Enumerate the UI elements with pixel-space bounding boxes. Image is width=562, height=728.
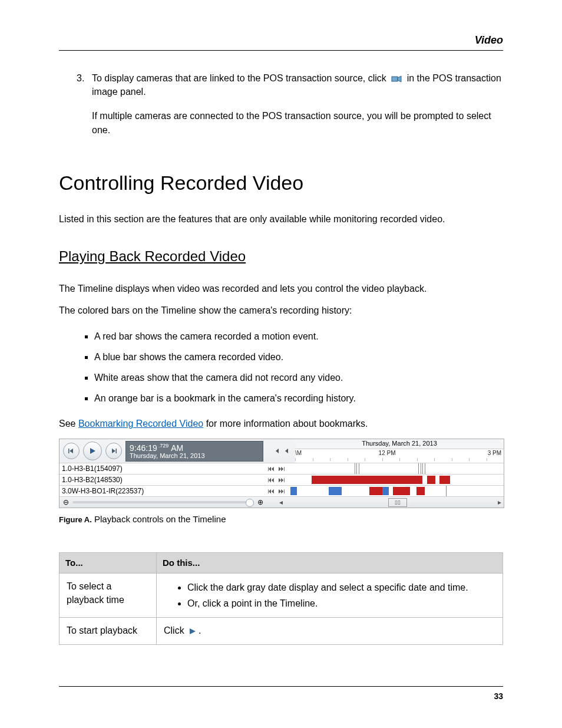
action-select-time: To select a playback time: [59, 574, 157, 618]
color-legend-list: A red bar shows the camera recorded a mo…: [59, 326, 503, 409]
cam-nav[interactable]: ⏮⏭: [262, 475, 290, 485]
table-row: To select a playback time Click the dark…: [59, 574, 503, 618]
timeline-date-header: Thursday, March 21, 2013: [295, 439, 504, 449]
step-number: 3.: [77, 71, 87, 145]
step-followup: If multiple cameras are connected to the…: [92, 109, 503, 136]
zoom-slider[interactable]: [72, 501, 254, 503]
timeline-track[interactable]: [290, 475, 504, 485]
footer-rule: [59, 686, 503, 687]
timeline-scrollbar-thumb[interactable]: ▯▯: [388, 498, 407, 507]
step-forward-button[interactable]: [105, 443, 122, 459]
list-item: A blue bar shows the camera recorded vid…: [94, 347, 503, 367]
scroll-right[interactable]: ▸: [498, 498, 501, 508]
col-do-header: Do this...: [157, 553, 503, 574]
step-text: To display cameras that are linked to th…: [92, 73, 386, 83]
see-also: See Bookmarking Recorded Video for more …: [59, 417, 503, 430]
timeline-ruler[interactable]: \M 12 PM 3 PM: [295, 449, 504, 463]
list-item: A red bar shows the camera recorded a mo…: [94, 326, 503, 347]
list-item: Click the dark gray date display and sel…: [187, 579, 495, 595]
colored-bars-paragraph: The colored bars on the Timeline show th…: [59, 304, 503, 317]
ruler-nav-top[interactable]: [267, 439, 295, 463]
svg-rect-2: [116, 449, 117, 453]
date-time-display[interactable]: 9:46:19.729AM Thursday, March 21, 2013: [125, 441, 263, 462]
svg-rect-0: [392, 77, 398, 81]
timeline-track[interactable]: [290, 486, 504, 496]
camera-row-3: 3.0W-H3-BO1-IR(223537) ⏮⏭: [59, 485, 504, 496]
table-row: To start playback Click .: [59, 618, 503, 644]
playback-actions-table: To... Do this... To select a playback ti…: [59, 552, 503, 644]
heading-playback: Playing Back Recorded Video: [59, 246, 503, 267]
section-header: Video: [59, 32, 503, 48]
svg-rect-1: [68, 449, 70, 453]
cam-nav[interactable]: ⏮⏭: [262, 463, 290, 474]
camera-row-2: 1.0-H3-B2(148530) ⏮⏭: [59, 474, 504, 485]
timeline-track[interactable]: [290, 463, 504, 474]
col-to-header: To...: [59, 553, 157, 574]
step-3: 3. To display cameras that are linked to…: [59, 71, 503, 145]
timeline-figure: 9:46:19.729AM Thursday, March 21, 2013 T…: [59, 439, 503, 526]
list-item: White areas show that the camera did not…: [94, 367, 503, 388]
play-icon: [189, 625, 196, 638]
intro-paragraph: Listed in this section are the features …: [59, 212, 503, 226]
header-rule: [59, 50, 503, 51]
timeline-paragraph: The Timeline displays when video was rec…: [59, 282, 503, 295]
scroll-left[interactable]: ◂: [267, 498, 295, 508]
figure-caption: Figure A. Playback controls on the Timel…: [59, 513, 503, 526]
heading-controlling: Controlling Recorded Video: [59, 169, 503, 197]
play-button[interactable]: [83, 442, 102, 460]
bookmark-link[interactable]: Bookmarking Recorded Video: [78, 419, 203, 429]
step-back-button[interactable]: [63, 443, 80, 459]
action-start-playback: To start playback: [59, 618, 157, 644]
cam-nav[interactable]: ⏮⏭: [262, 486, 290, 496]
zoom-in-icon[interactable]: ⊕: [257, 498, 263, 508]
page-number: 33: [59, 690, 503, 702]
camera-link-icon: [391, 75, 402, 83]
list-item: An orange bar is a bookmark in the camer…: [94, 388, 503, 409]
list-item: Or, click a point in the Timeline.: [187, 595, 495, 611]
camera-row-1: 1.0-H3-B1(154097) ⏮⏭: [59, 463, 504, 474]
zoom-out-icon[interactable]: ⊖: [63, 498, 69, 508]
